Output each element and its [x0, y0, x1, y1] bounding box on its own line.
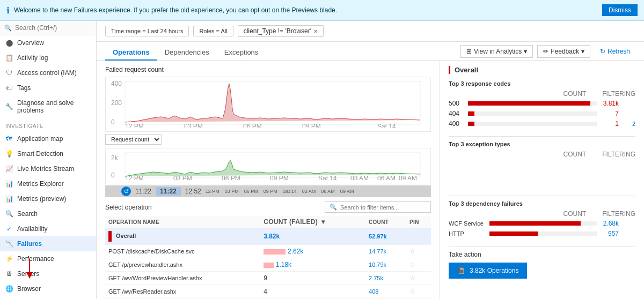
overview-icon: ⬤	[5, 39, 13, 47]
selected-end-label: 12:52	[185, 188, 201, 195]
pin-cell[interactable]: ☆	[406, 258, 431, 272]
op-name-cell: GET /p/previewhandler.ashx	[105, 258, 260, 272]
resp-bar	[468, 122, 474, 126]
svg-rect-4	[125, 81, 420, 124]
sidebar-item-label: Access control (IAM)	[17, 69, 77, 77]
tabs: Operations Dependencies Exceptions	[105, 45, 266, 60]
resp-code-label: 400	[449, 120, 465, 128]
pin-icon[interactable]: ☆	[409, 248, 415, 255]
refresh-circle-icon[interactable]: ↺	[121, 186, 131, 196]
chart-icon: 📊	[5, 180, 13, 188]
exc-count-label: COUNT	[564, 151, 587, 158]
investigate-section-label: INVESTIGATE	[0, 118, 96, 131]
sidebar-item-search[interactable]: 🔍 Search	[0, 206, 96, 221]
top-response-codes-section: Top 3 response codes COUNT FILTERING 500…	[449, 80, 635, 128]
sidebar-item-smart-detection[interactable]: 💡 Smart Detection	[0, 146, 96, 161]
top-exception-types-section: Top 3 exception types COUNT FILTERING	[449, 141, 635, 187]
pin-icon[interactable]: ☆	[409, 274, 415, 282]
client-type-close-icon[interactable]: ✕	[313, 28, 318, 34]
table-row[interactable]: GET /wv/ResReader.ashx 4 408 ☆	[105, 285, 431, 298]
sidebar-item-metrics-preview[interactable]: 📊 Metrics (preview)	[0, 191, 96, 206]
sidebar-item-performance[interactable]: ⚡ Performance	[0, 251, 96, 266]
svg-text:Sat 14: Sat 14	[377, 123, 396, 128]
dep-count-value: 957	[600, 230, 619, 237]
filter-search-input[interactable]	[340, 204, 426, 211]
pin-cell[interactable]: ☆	[406, 245, 431, 258]
table-row[interactable]: POST /diskcache/DiskCache.svc 2.62k 14.7…	[105, 245, 431, 258]
left-panel: Failed request count 400 200 0 12 PM 03 …	[97, 61, 440, 299]
roles-filter[interactable]: Roles = All	[193, 26, 233, 36]
tab-exceptions[interactable]: Exceptions	[217, 45, 266, 61]
dep-filtering-label: FILTERING	[602, 210, 635, 218]
sidebar-item-label: Live Metrics Stream	[17, 165, 74, 173]
sidebar-item-metrics-explorer[interactable]: 📊 Metrics Explorer	[0, 176, 96, 191]
tab-operations[interactable]: Operations	[105, 45, 157, 61]
svg-text:Sat 14: Sat 14	[318, 175, 337, 180]
gauge-icon: ⚡	[5, 255, 13, 263]
sidebar-item-app-map[interactable]: 🗺 Application map	[0, 131, 96, 146]
table-row[interactable]: GET /wv/WordPreviewHandler.ashx 9 2.75k …	[105, 272, 431, 285]
sidebar-item-browser[interactable]: 🌐 Browser	[0, 281, 96, 296]
refresh-button[interactable]: ↻ Refresh	[595, 46, 635, 57]
wrench-icon: 🔧	[5, 103, 13, 110]
table-row[interactable]: Overall 3.82k 52.97k	[105, 228, 431, 245]
resp-bar	[468, 101, 590, 106]
dismiss-button[interactable]: Dismiss	[602, 4, 638, 16]
request-count-chart: 2k 0 12 PM 03 PM 06 PM 09 PM Sat 14 03 A…	[110, 151, 426, 180]
svg-text:400: 400	[111, 80, 122, 87]
sidebar-search[interactable]: 🔍	[0, 21, 97, 35]
sidebar-item-label: Metrics Explorer	[17, 180, 64, 188]
failed-request-chart: 400 200 0 12 PM 03 PM 06 PM 09 PM Sat 14	[110, 79, 426, 128]
tag-icon: 🏷	[5, 84, 13, 92]
pin-cell[interactable]: ☆	[406, 272, 431, 285]
pin-icon[interactable]: ☆	[409, 261, 415, 268]
info-bar: ℹ Welcome to the new Failures experience…	[0, 0, 644, 21]
svg-text:12 PM: 12 PM	[125, 123, 144, 128]
search-filter[interactable]: 🔍	[325, 201, 431, 213]
tab-dependencies[interactable]: Dependencies	[157, 45, 217, 61]
op-name-cell: GET /wv/ResReader.ashx	[105, 285, 260, 298]
failed-chart-container: 400 200 0 12 PM 03 PM 06 PM 09 PM Sat 14	[105, 77, 431, 132]
pin-cell[interactable]: ☆	[406, 285, 431, 298]
exception-types-title: Top 3 exception types	[449, 141, 635, 147]
resp-count-value: 7	[600, 110, 619, 117]
chevron-down-icon: ▾	[524, 48, 527, 55]
dep-name-label: WCF Service	[449, 220, 486, 227]
count-cell: 52.97k	[365, 228, 406, 245]
take-action-title: Take action	[449, 251, 635, 258]
info-bar-content: ℹ Welcome to the new Failures experience…	[6, 5, 337, 16]
search-input[interactable]	[15, 24, 96, 32]
count-failed-cell: 2.62k	[260, 245, 365, 258]
sidebar-item-tags[interactable]: 🏷 Tags	[0, 80, 96, 95]
sidebar-item-live-metrics[interactable]: 📈 Live Metrics Stream	[0, 161, 96, 176]
right-panel: Overall Top 3 response codes COUNT FILTE…	[440, 61, 644, 299]
sidebar-item-availability[interactable]: ✓ Availability	[0, 221, 96, 236]
metric-select[interactable]: Request count	[105, 134, 162, 145]
sidebar-item-label: Servers	[17, 270, 39, 278]
dep-bar	[489, 231, 538, 236]
sidebar-item-access-control[interactable]: 🛡 Access control (IAM)	[0, 65, 96, 80]
sidebar-item-label: Tags	[17, 84, 31, 92]
count-failed-cell: 1.18k	[260, 258, 365, 272]
table-row[interactable]: GET /p/previewhandler.ashx 1.18k 10.79k …	[105, 258, 431, 272]
feedback-button[interactable]: ✏ Feedback ▾	[537, 45, 590, 58]
sidebar-item-workbooks[interactable]: 📓 Workbooks (preview)	[0, 296, 96, 299]
resp-bar-container	[468, 122, 597, 126]
svg-text:12 PM: 12 PM	[125, 175, 144, 180]
sidebar-item-servers[interactable]: 🖥 Servers	[0, 266, 96, 281]
action-button[interactable]: 📓 3.82k Operations	[449, 263, 527, 279]
info-icon: ℹ	[6, 5, 10, 16]
sidebar-item-label: Diagnose and solve problems	[17, 99, 91, 114]
sidebar: 🔍 « ⬤ Overview 📋 Activity log 🛡 Access c…	[0, 21, 97, 299]
view-in-analytics-button[interactable]: ⊞ View in Analytics ▾	[460, 45, 533, 58]
sidebar-item-diagnose[interactable]: 🔧 Diagnose and solve problems	[0, 95, 96, 118]
count-cell: 14.77k	[365, 245, 406, 258]
pin-icon[interactable]: ☆	[409, 288, 415, 295]
op-name-cell: GET /wv/WordPreviewHandler.ashx	[105, 272, 260, 285]
sidebar-item-overview[interactable]: ⬤ Overview	[0, 35, 96, 50]
client-type-filter[interactable]: client_Type != 'Browser' ✕	[238, 25, 324, 37]
dep-bar-container	[489, 221, 597, 226]
time-range-filter[interactable]: Time range = Last 24 hours	[105, 26, 189, 36]
sidebar-item-activity-log[interactable]: 📋 Activity log	[0, 50, 96, 65]
sidebar-item-failures[interactable]: 📉 Failures	[0, 236, 96, 251]
